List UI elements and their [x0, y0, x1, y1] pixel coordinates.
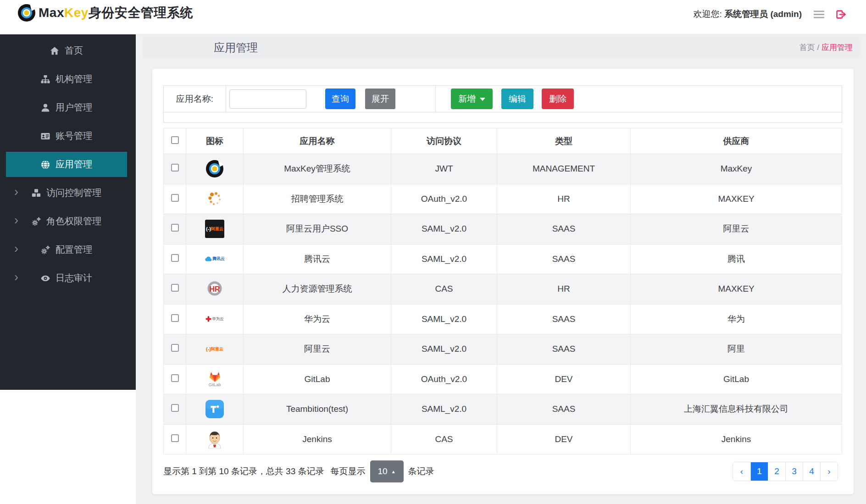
type-cell: HR	[497, 184, 631, 214]
row-checkbox[interactable]	[171, 434, 179, 442]
sidebar-item-label: 机构管理	[56, 73, 92, 85]
row-checkbox[interactable]	[171, 374, 179, 382]
add-button[interactable]: 新增	[451, 89, 493, 109]
logout-icon[interactable]	[836, 10, 846, 19]
col-header-type: 类型	[497, 128, 631, 154]
select-all-checkbox[interactable]	[171, 136, 179, 144]
table-row[interactable]: Teambition(test)SAML_v2.0SAAS上海汇翼信息科技有限公…	[164, 394, 842, 425]
sidebar-item-label: 访问控制管理	[46, 187, 101, 199]
sidebar-item-home[interactable]: › 首页	[6, 38, 127, 63]
app-name-cell: 招聘管理系统	[244, 184, 391, 214]
row-checkbox[interactable]	[171, 344, 179, 352]
gears-icon	[41, 245, 50, 255]
sidebar-item-user[interactable]: › 用户管理	[6, 95, 127, 120]
breadcrumb-current: 应用管理	[822, 43, 853, 52]
sidebar-item-access[interactable]: › 访问控制管理	[6, 180, 127, 205]
protocol-cell: CAS	[391, 424, 497, 454]
table-row[interactable]: HR人力资源管理系统CASHRMAXKEY	[164, 274, 842, 305]
app-name-cell: 阿里云用户SSO	[244, 214, 391, 244]
chevron-right-icon: ›	[14, 242, 18, 256]
protocol-cell: SAML_v2.0	[391, 334, 497, 365]
table-row[interactable]: MaxKey管理系统JWTMANAGEMENTMaxKey	[164, 154, 842, 184]
page-title: 应用管理	[214, 40, 258, 55]
caret-down-icon	[480, 98, 485, 101]
row-checkbox[interactable]	[171, 314, 179, 322]
sidebar-item-label: 首页	[65, 44, 83, 57]
app-name-cell: MaxKey管理系统	[244, 154, 391, 184]
table-row[interactable]: (-)阿里云阿里云SAML_v2.0SAAS阿里	[164, 334, 842, 365]
row-checkbox[interactable]	[171, 194, 179, 202]
expand-button[interactable]: 展开	[365, 89, 395, 109]
search-toolbar: 应用名称: 查询 展开 新增 编辑 删除	[163, 85, 842, 123]
aliyun-dark-icon: (-)阿里云	[205, 219, 225, 239]
row-checkbox[interactable]	[171, 284, 179, 292]
type-cell: SAAS	[497, 394, 631, 425]
table-row[interactable]: GitLabGitLabOAuth_v2.0DEVGitLab	[164, 364, 842, 394]
row-checkbox[interactable]	[171, 404, 179, 412]
row-checkbox[interactable]	[171, 224, 179, 232]
sidebar-item-label: 日志审计	[56, 272, 92, 284]
table-row[interactable]: 招聘管理系统OAuth_v2.0HRMAXKEY	[164, 184, 842, 214]
id-card-icon	[41, 132, 50, 141]
main-card: 应用名称: 查询 展开 新增 编辑 删除 图标 应用名称 访问协议	[152, 69, 854, 494]
caret-up-icon: ▲	[391, 469, 396, 474]
breadcrumb-home[interactable]: 首页	[799, 43, 815, 52]
protocol-cell: JWT	[391, 154, 497, 184]
chevron-right-icon: ›	[14, 213, 18, 227]
table-row[interactable]: (-)阿里云阿里云用户SSOSAML_v2.0SAAS阿里云	[164, 214, 842, 244]
protocol-cell: OAuth_v2.0	[391, 184, 497, 214]
page-button-next[interactable]: ›	[820, 462, 838, 481]
app-name-cell: Teambition(test)	[244, 394, 391, 425]
table-row[interactable]: JenkinsCASDEVJenkins	[164, 424, 842, 454]
edit-button[interactable]: 编辑	[501, 89, 533, 109]
table-row[interactable]: 华为云华为云SAML_v2.0SAAS华为	[164, 304, 842, 334]
page-button-1[interactable]: 1	[750, 462, 768, 481]
app-name-input[interactable]	[229, 89, 306, 109]
app-title: MaxKey身份安全管理系统	[39, 4, 193, 22]
protocol-cell: SAML_v2.0	[391, 394, 497, 425]
table-row[interactable]: 腾讯云腾讯云SAML_v2.0SAAS腾讯	[164, 244, 842, 274]
row-checkbox[interactable]	[171, 164, 179, 172]
app-name-cell: Jenkins	[244, 424, 391, 454]
type-cell: DEV	[497, 424, 631, 454]
per-page-dropdown[interactable]: 10 ▲	[370, 460, 404, 482]
vendor-cell: 腾讯	[631, 244, 842, 274]
vendor-cell: 阿里	[631, 334, 842, 365]
page-button-prev[interactable]: ‹	[733, 462, 750, 481]
sidebar-item-audit[interactable]: › 日志审计	[6, 266, 127, 291]
protocol-cell: SAML_v2.0	[391, 304, 497, 334]
maxkey-logo-icon	[17, 4, 36, 22]
sidebar-item-label: 应用管理	[56, 158, 92, 171]
tencent-cloud-icon: 腾讯云	[205, 249, 225, 269]
sidebar-item-app[interactable]: › 应用管理	[6, 152, 127, 177]
protocol-cell: SAML_v2.0	[391, 244, 497, 274]
vendor-cell: 华为	[631, 304, 842, 334]
menu-hamburger-icon[interactable]	[814, 11, 824, 18]
sidebar-item-role[interactable]: › 角色权限管理	[6, 209, 127, 234]
protocol-cell: OAuth_v2.0	[391, 364, 497, 394]
row-checkbox[interactable]	[171, 254, 179, 262]
query-button[interactable]: 查询	[325, 89, 355, 109]
recruit-dots-icon	[205, 189, 225, 209]
type-cell: SAAS	[497, 334, 631, 365]
page-button-4[interactable]: 4	[803, 462, 820, 481]
app-name-cell: GitLab	[244, 364, 391, 394]
vendor-cell: GitLab	[631, 364, 842, 394]
type-cell: HR	[497, 274, 631, 305]
col-header-icon: 图标	[186, 128, 244, 154]
sidebar-item-account[interactable]: › 账号管理	[6, 123, 127, 149]
sidebar-item-org[interactable]: › 机构管理	[6, 66, 127, 92]
sidebar-item-label: 配置管理	[56, 244, 92, 256]
page-button-2[interactable]: 2	[768, 462, 785, 481]
chevron-right-icon: ›	[14, 270, 18, 284]
actions-cell	[436, 86, 842, 112]
sidebar-item-config[interactable]: › 配置管理	[6, 237, 127, 262]
breadcrumb: 首页 / 应用管理	[799, 42, 853, 53]
home-icon	[50, 46, 59, 55]
page-button-3[interactable]: 3	[785, 462, 803, 481]
delete-button[interactable]: 删除	[542, 89, 574, 109]
apps-table: 图标 应用名称 访问协议 类型 供应商 MaxKey管理系统JWTMANAGEM…	[163, 128, 842, 454]
user-icon	[41, 103, 50, 112]
vendor-cell: MAXKEY	[631, 184, 842, 214]
svg-text:HR: HR	[209, 285, 220, 293]
